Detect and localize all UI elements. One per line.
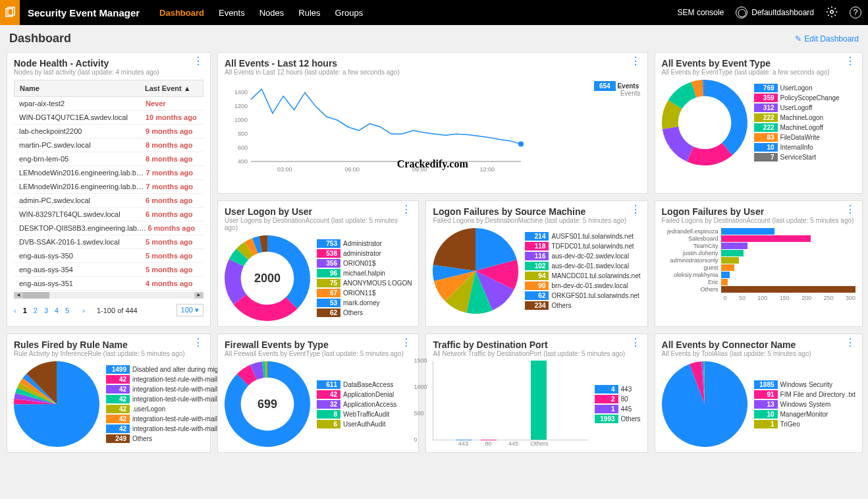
help-icon[interactable]: ? — [850, 7, 861, 18]
legend-item[interactable]: 53mark.dorney — [317, 299, 412, 307]
bar-row[interactable]: Salesboard — [662, 235, 855, 242]
legend-item[interactable]: 234Others — [525, 301, 640, 310]
app-logo[interactable] — [0, 0, 20, 25]
legend-item[interactable]: 67ORION11$ — [317, 289, 412, 297]
pager-page[interactable]: 3 — [44, 307, 48, 314]
table-row[interactable]: LEMnodeWin2016.engineering.lab.brno7 mon… — [14, 166, 203, 180]
legend-item[interactable]: 62ORKGFS01.tul.solarwinds.net — [525, 291, 640, 300]
legend-item[interactable]: 1TriGeo — [754, 420, 855, 428]
legend-item[interactable]: 1445 — [595, 405, 641, 413]
legend-item[interactable]: 222MachineLogoff — [754, 123, 840, 132]
legend-item[interactable]: 42integration-test-rule-with-mail-a... — [106, 415, 234, 423]
legend-item[interactable]: 1993Others — [595, 415, 641, 423]
legend-item[interactable]: 102aus-dev-dc-01.swdev.local — [525, 262, 640, 270]
widget-menu-icon[interactable]: ⋮ — [401, 206, 412, 213]
legend-item[interactable]: 312UserLogoff — [754, 103, 840, 112]
legend-item[interactable]: 42ApplicationDenial — [317, 390, 396, 399]
legend-item[interactable]: 32ApplicationAccess — [317, 400, 396, 409]
table-row[interactable]: DESKTOP-QI8S8B3.engineering.lab.brno6 mo… — [14, 221, 203, 235]
widget-menu-icon[interactable]: ⋮ — [630, 206, 641, 213]
widget-menu-icon[interactable]: ⋮ — [630, 58, 641, 65]
legend-item[interactable]: 90brn-dev-dc-01.swdev.local — [525, 281, 640, 290]
table-row[interactable]: eng-aus-sys-3505 months ago — [14, 249, 203, 263]
bar-row[interactable]: Eric — [662, 279, 855, 285]
legend-item[interactable]: 116aus-dev-dc-02.swdev.local — [525, 252, 640, 260]
nav-groups[interactable]: Groups — [335, 8, 364, 18]
pager-next[interactable]: › — [82, 307, 85, 314]
table-row[interactable]: LEMnodeWin2016.engineering.lab.brno7 mon… — [14, 180, 203, 194]
pager-page[interactable]: 5 — [65, 307, 69, 314]
nav-rules[interactable]: Rules — [298, 8, 320, 18]
table-row[interactable]: wpar-aix-test2Never — [14, 97, 203, 111]
nav-dashboard[interactable]: Dashboard — [159, 8, 204, 18]
table-row[interactable]: WIN-DGT4QU7C1EA.swdev.local10 months ago — [14, 111, 203, 125]
legend-item[interactable]: 280 — [595, 395, 641, 403]
widget-menu-icon[interactable]: ⋮ — [193, 339, 203, 346]
pager-page[interactable]: 4 — [55, 307, 59, 314]
table-row[interactable]: eng-brn-lem-058 months ago — [14, 152, 203, 166]
legend-item[interactable]: 75ANONYMOUS LOGON — [317, 279, 412, 287]
legend-item[interactable]: 10ManagerMonitor — [754, 410, 855, 419]
bar-row[interactable]: Others — [662, 286, 855, 293]
legend-item[interactable]: 62Others — [317, 308, 412, 317]
horizontal-scrollbar[interactable]: ◄ ► — [14, 292, 203, 299]
legend-item[interactable]: 10InternalInfo — [754, 143, 840, 152]
table-row[interactable]: lab-checkpoint22009 months ago — [14, 125, 203, 138]
legend-item[interactable]: 42integration-test-rule-with-mail-a... — [106, 425, 234, 433]
legend-item[interactable]: 249Others — [106, 434, 234, 443]
widget-menu-icon[interactable]: ⋮ — [845, 339, 855, 346]
table-row[interactable]: eng-aus-sys-3514 months ago — [14, 277, 203, 291]
legend-item[interactable]: 222MachineLogon — [754, 113, 840, 122]
legend-item[interactable]: 611DataBaseAccess — [317, 380, 396, 389]
legend-item[interactable]: 356ORION01$ — [317, 259, 412, 268]
table-row[interactable]: WIN-83297LT64QL.swdev.local6 months ago — [14, 208, 203, 221]
bar[interactable] — [531, 361, 547, 440]
console-label[interactable]: SEM console — [678, 8, 724, 17]
legend-item[interactable]: 94MANCDC01.tul.solarwinds.net — [525, 272, 640, 280]
settings-icon[interactable] — [826, 6, 838, 20]
user-menu[interactable]: ◯Defaultdashboard — [736, 7, 814, 18]
widget-menu-icon[interactable]: ⋮ — [401, 339, 412, 346]
legend-item[interactable]: 96michael.halpin — [317, 269, 412, 278]
legend-item[interactable]: 1499Disabled and alter during migration — [106, 365, 234, 374]
bar-row[interactable]: guest — [662, 264, 855, 271]
col-last[interactable]: Last Event ▲ — [145, 84, 198, 92]
scroll-right-icon[interactable]: ► — [194, 292, 203, 299]
legend-item[interactable]: 359PolicyScopeChange — [754, 94, 840, 102]
nav-events[interactable]: Events — [219, 8, 245, 18]
legend-item[interactable]: 42integration-test-rule-with-mail-a... — [106, 385, 234, 394]
widget-menu-icon[interactable]: ⋮ — [845, 58, 855, 65]
legend-item[interactable]: 13Windows System — [754, 400, 855, 409]
bar-row[interactable]: jedrandell.espinoza — [662, 228, 855, 235]
legend-item[interactable]: 1885Windows Security — [754, 380, 855, 389]
legend-item[interactable]: 214AUSFS01.tul.solarwinds.net — [525, 232, 640, 241]
bar-row[interactable]: administratorsonly — [662, 257, 855, 264]
widget-menu-icon[interactable]: ⋮ — [630, 339, 641, 346]
nav-nodes[interactable]: Nodes — [259, 8, 285, 18]
legend-item[interactable]: 753Administrator — [317, 239, 412, 248]
pager-perpage[interactable]: 100 ▾ — [176, 304, 203, 316]
table-row[interactable]: eng-aus-sys-3545 months ago — [14, 263, 203, 277]
widget-menu-icon[interactable]: ⋮ — [845, 206, 855, 213]
table-row[interactable]: admin-PC.swdev.local6 months ago — [14, 194, 203, 208]
legend-item[interactable]: 6UserAuthAudit — [317, 420, 396, 428]
legend-item[interactable]: 538administrator — [317, 249, 412, 258]
pager-page[interactable]: 2 — [34, 307, 38, 314]
legend-item[interactable]: 4443 — [595, 385, 641, 394]
bar-row[interactable]: oleksiy.makhynia — [662, 272, 855, 278]
pager-prev[interactable]: ‹ — [14, 307, 16, 314]
table-row[interactable]: martin-PC.swdev.local8 months ago — [14, 138, 203, 152]
col-name[interactable]: Name — [20, 84, 145, 92]
bar-row[interactable]: TeamCity — [662, 243, 855, 249]
legend-item[interactable]: 42.userLogon — [106, 405, 234, 413]
legend-item[interactable]: 8WebTrafficAudit — [317, 410, 396, 419]
legend-item[interactable]: 91FIM File and Directory .txt — [754, 390, 855, 399]
legend-item[interactable]: 7ServiceStart — [754, 153, 840, 161]
widget-menu-icon[interactable]: ⋮ — [193, 58, 203, 65]
scroll-left-icon[interactable]: ◄ — [14, 292, 23, 299]
edit-dashboard-link[interactable]: ✎ Edit Dashboard — [795, 34, 859, 44]
legend-item[interactable]: 83FileDataWrite — [754, 133, 840, 142]
legend-item[interactable]: 118TDFDC01.tul.solarwinds.net — [525, 242, 640, 250]
table-row[interactable]: DVB-SSAK-2016-1.swdev.local5 months ago — [14, 235, 203, 249]
legend-item[interactable]: 769UserLogon — [754, 84, 840, 92]
